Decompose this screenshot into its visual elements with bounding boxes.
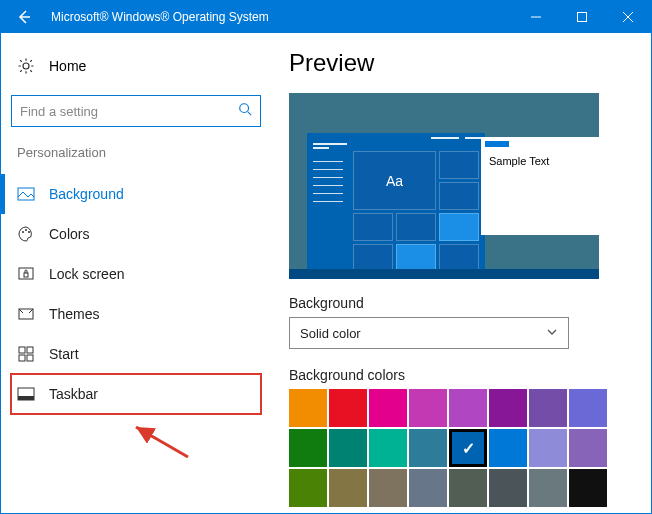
gear-icon (17, 57, 35, 75)
color-swatch[interactable] (289, 469, 327, 507)
color-swatch[interactable] (329, 429, 367, 467)
maximize-button[interactable] (559, 1, 605, 33)
minimize-button[interactable] (513, 1, 559, 33)
preview-start-menu: Aa (307, 133, 485, 269)
close-button[interactable] (605, 1, 651, 33)
preview-sample-text: Sample Text (481, 147, 599, 167)
nav-label: Themes (49, 306, 100, 322)
svg-rect-14 (18, 396, 34, 400)
nav-label: Taskbar (49, 386, 98, 402)
background-label: Background (289, 295, 631, 311)
nav-label: Colors (49, 226, 89, 242)
nav-label: Lock screen (49, 266, 124, 282)
color-swatch[interactable] (369, 469, 407, 507)
home-button[interactable]: Home (11, 51, 261, 81)
chevron-down-icon (546, 326, 558, 341)
section-label: Personalization (17, 145, 261, 160)
nav-item-taskbar[interactable]: Taskbar (11, 374, 261, 414)
minimize-icon (531, 12, 541, 22)
nav-list: Background Colors Lock screen Themes Sta… (11, 174, 261, 414)
color-swatch[interactable] (289, 389, 327, 427)
color-swatch-grid (289, 389, 631, 507)
svg-rect-12 (27, 355, 33, 361)
window-title: Microsoft® Windows® Operating System (47, 10, 513, 24)
color-swatch[interactable] (489, 429, 527, 467)
svg-rect-7 (24, 273, 28, 277)
svg-rect-9 (19, 347, 25, 353)
themes-icon (17, 305, 35, 323)
nav-item-start[interactable]: Start (11, 334, 261, 374)
color-swatch[interactable] (529, 469, 567, 507)
svg-point-5 (28, 231, 30, 233)
color-swatch[interactable] (569, 429, 607, 467)
search-icon (238, 102, 252, 120)
colors-label: Background colors (289, 367, 631, 383)
nav-label: Start (49, 346, 79, 362)
color-swatch[interactable] (409, 389, 447, 427)
picture-icon (17, 185, 35, 203)
svg-point-1 (240, 104, 249, 113)
color-swatch[interactable] (369, 389, 407, 427)
nav-item-colors[interactable]: Colors (11, 214, 261, 254)
svg-rect-0 (578, 13, 587, 22)
preview-window: Sample Text (481, 137, 599, 235)
color-swatch[interactable] (409, 469, 447, 507)
nav-item-themes[interactable]: Themes (11, 294, 261, 334)
color-swatch[interactable] (329, 389, 367, 427)
color-swatch[interactable] (569, 469, 607, 507)
color-swatch[interactable] (449, 389, 487, 427)
back-button[interactable] (1, 1, 47, 33)
svg-rect-11 (19, 355, 25, 361)
preview-pane: Aa Sample Text (289, 93, 599, 279)
color-swatch[interactable] (449, 469, 487, 507)
page-title: Preview (289, 49, 631, 77)
color-swatch[interactable] (289, 429, 327, 467)
window-titlebar: Microsoft® Windows® Operating System (1, 1, 651, 33)
color-swatch[interactable] (489, 389, 527, 427)
nav-item-lock-screen[interactable]: Lock screen (11, 254, 261, 294)
search-input[interactable] (20, 104, 238, 119)
color-swatch[interactable] (569, 389, 607, 427)
nav-label: Background (49, 186, 124, 202)
color-swatch[interactable] (409, 429, 447, 467)
close-icon (623, 12, 633, 22)
main-panel: Preview Aa Samp (271, 33, 651, 513)
svg-point-3 (22, 231, 24, 233)
taskbar-icon (17, 385, 35, 403)
color-swatch[interactable] (369, 429, 407, 467)
palette-icon (17, 225, 35, 243)
svg-rect-10 (27, 347, 33, 353)
home-label: Home (49, 58, 86, 74)
svg-point-4 (25, 229, 27, 231)
nav-item-background[interactable]: Background (11, 174, 261, 214)
search-box[interactable] (11, 95, 261, 127)
maximize-icon (577, 12, 587, 22)
sidebar: Home Personalization Background Colors L… (1, 33, 271, 513)
select-value: Solid color (300, 326, 361, 341)
preview-tile-aa: Aa (353, 151, 436, 210)
start-icon (17, 345, 35, 363)
background-select[interactable]: Solid color (289, 317, 569, 349)
color-swatch[interactable] (529, 389, 567, 427)
color-swatch[interactable] (329, 469, 367, 507)
color-swatch[interactable] (529, 429, 567, 467)
color-swatch[interactable] (489, 469, 527, 507)
lockscreen-icon (17, 265, 35, 283)
arrow-left-icon (16, 9, 32, 25)
color-swatch[interactable] (449, 429, 487, 467)
